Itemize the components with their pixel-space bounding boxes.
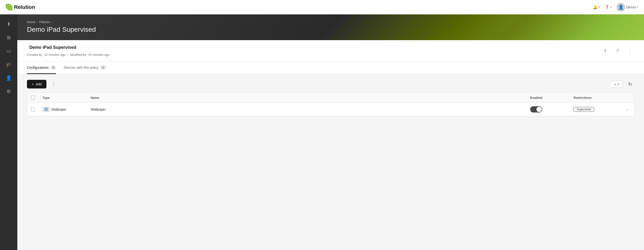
refresh-table-button[interactable]: ↻ bbox=[626, 80, 634, 88]
created-time: 10 minutes ago bbox=[44, 53, 66, 56]
tab-configurations-badge: 3 bbox=[50, 66, 56, 69]
td-restrictions: Supervised bbox=[570, 107, 622, 112]
notifications-chevron: ▾ bbox=[598, 5, 600, 9]
wallpaper-icon: 🖼 bbox=[42, 107, 49, 112]
td-select bbox=[27, 107, 39, 112]
policy-card-row: Demo iPad Supervised Created by 10 minut… bbox=[27, 45, 634, 56]
tab-configurations-label: Configurations bbox=[27, 66, 48, 69]
user-chevron: ▾ bbox=[637, 5, 638, 9]
main-layout: ⬆ ⊞ ▭ 🎓 👤 ⚙ Home › Policies › Demo iPad bbox=[0, 14, 644, 250]
sidebar-item-device[interactable]: ▭ bbox=[3, 45, 14, 57]
hero-header: Home › Policies › Demo iPad Supervised bbox=[17, 14, 644, 40]
supervised-badge: Supervised bbox=[574, 107, 594, 112]
tab-devices-badge: 1 bbox=[100, 66, 106, 69]
policy-meta: Created by 10 minutes ago | Modified by … bbox=[27, 53, 601, 56]
select-all-checkbox[interactable] bbox=[31, 95, 35, 100]
table-row: 🖼 Wallpaper Wallpaper Supervised bbox=[27, 103, 634, 116]
upload-icon: ⬆ bbox=[7, 21, 11, 27]
sidebar-item-education[interactable]: 🎓 bbox=[3, 59, 14, 70]
more-options-button[interactable]: ⋮ bbox=[49, 80, 58, 88]
content-area: Home › Policies › Demo iPad Supervised D… bbox=[17, 14, 644, 250]
more-policy-button[interactable]: ⋮ bbox=[626, 46, 634, 55]
logo-text: Relution bbox=[14, 4, 35, 10]
notifications-button[interactable]: 🔔 ▾ bbox=[593, 5, 600, 9]
education-icon: 🎓 bbox=[6, 61, 12, 67]
upload-arrow-icon: ⬆ bbox=[603, 48, 607, 53]
policy-card-header: Demo iPad Supervised bbox=[27, 45, 601, 50]
avatar: 👤 bbox=[616, 3, 625, 11]
version-badge: v. 3 bbox=[611, 81, 623, 88]
th-restrictions: Restrictions bbox=[570, 95, 622, 100]
breadcrumb-sep-2: › bbox=[51, 20, 52, 24]
plus-icon: + bbox=[32, 82, 34, 86]
td-name: Wallpaper bbox=[87, 107, 526, 111]
th-type: Type bbox=[39, 95, 87, 100]
modified-time: 10 minutes ago bbox=[88, 53, 110, 56]
th-enabled-label: Enabled bbox=[530, 96, 542, 99]
avatar-icon: 👤 bbox=[618, 4, 624, 10]
refresh-policy-button[interactable]: ↺ bbox=[613, 46, 622, 55]
enabled-toggle[interactable] bbox=[530, 106, 542, 112]
td-type: 🖼 Wallpaper bbox=[39, 107, 87, 112]
logo: Relution bbox=[6, 4, 35, 10]
user-menu-button[interactable]: 👤 Demo ▾ bbox=[616, 3, 638, 11]
tab-devices[interactable]: Devices with this policy 1 bbox=[64, 62, 106, 74]
add-label: Add bbox=[36, 82, 42, 86]
type-label: Wallpaper bbox=[51, 107, 66, 111]
sidebar-item-users[interactable]: 👤 bbox=[3, 72, 14, 84]
sidebar: ⬆ ⊞ ▭ 🎓 👤 ⚙ bbox=[0, 14, 17, 250]
logo-icon bbox=[6, 4, 12, 10]
refresh-table-icon: ↻ bbox=[628, 81, 632, 87]
more-horiz-icon: ⋮ bbox=[51, 81, 56, 87]
toolbar-right: v. 3 ↻ bbox=[611, 80, 634, 88]
data-table: Type Name Enabled Restrictions bbox=[27, 92, 634, 116]
tabs-bar: Configurations 3 Devices with this polic… bbox=[17, 61, 644, 74]
modified-label: Modified by bbox=[70, 53, 86, 56]
bell-icon: 🔔 bbox=[593, 5, 598, 9]
sidebar-item-settings[interactable]: ⚙ bbox=[3, 86, 14, 97]
row-chevron-icon[interactable]: › bbox=[626, 107, 628, 112]
page-title: Demo iPad Supervised bbox=[27, 26, 634, 33]
breadcrumb-policies[interactable]: Policies bbox=[39, 20, 50, 24]
users-icon: 👤 bbox=[6, 75, 12, 81]
sidebar-item-dashboard[interactable]: ⊞ bbox=[3, 32, 14, 43]
th-type-label: Type bbox=[42, 96, 50, 99]
meta-separator: | bbox=[68, 53, 68, 56]
device-icon: ▭ bbox=[6, 48, 11, 54]
table-toolbar: + Add ⋮ v. 3 ↻ bbox=[27, 80, 634, 88]
th-enabled: Enabled bbox=[526, 95, 570, 100]
policy-card: Demo iPad Supervised Created by 10 minut… bbox=[17, 40, 644, 61]
navbar-right: 🔔 ▾ ❓ ▾ 👤 Demo ▾ bbox=[593, 3, 638, 11]
th-action bbox=[622, 95, 634, 100]
help-chevron: ▾ bbox=[610, 5, 612, 9]
help-button[interactable]: ❓ ▾ bbox=[605, 5, 612, 9]
row-checkbox[interactable] bbox=[31, 107, 35, 112]
th-name: Name bbox=[87, 95, 526, 100]
add-button[interactable]: + Add bbox=[27, 80, 46, 88]
name-label: Wallpaper bbox=[91, 107, 106, 111]
breadcrumb-sep-1: › bbox=[37, 20, 38, 24]
table-area: + Add ⋮ v. 3 ↻ bbox=[17, 74, 644, 250]
table-header: Type Name Enabled Restrictions bbox=[27, 93, 634, 103]
breadcrumb: Home › Policies › bbox=[27, 20, 634, 24]
policy-name: Demo iPad Supervised bbox=[29, 45, 76, 50]
tab-devices-label: Devices with this policy bbox=[64, 66, 98, 69]
toolbar-left: + Add ⋮ bbox=[27, 80, 58, 88]
tab-configurations[interactable]: Configurations 3 bbox=[27, 62, 56, 74]
created-label: Created by bbox=[27, 53, 42, 56]
breadcrumb-home[interactable]: Home bbox=[27, 20, 36, 24]
toggle-knob bbox=[536, 107, 542, 112]
td-action[interactable]: › bbox=[622, 107, 634, 112]
settings-icon: ⚙ bbox=[6, 88, 11, 94]
refresh-icon: ↺ bbox=[616, 48, 620, 53]
th-name-label: Name bbox=[91, 96, 99, 99]
dashboard-icon: ⊞ bbox=[7, 35, 11, 40]
th-restrictions-label: Restrictions bbox=[574, 96, 592, 99]
upload-policy-button[interactable]: ⬆ bbox=[601, 46, 609, 55]
policy-actions: ⬆ ↺ ⋮ bbox=[601, 46, 634, 55]
sidebar-item-upload[interactable]: ⬆ bbox=[3, 18, 14, 30]
td-enabled[interactable] bbox=[526, 106, 570, 112]
help-icon: ❓ bbox=[605, 5, 609, 9]
navbar: Relution 🔔 ▾ ❓ ▾ 👤 Demo ▾ bbox=[0, 0, 644, 14]
more-vertical-icon: ⋮ bbox=[628, 48, 633, 54]
